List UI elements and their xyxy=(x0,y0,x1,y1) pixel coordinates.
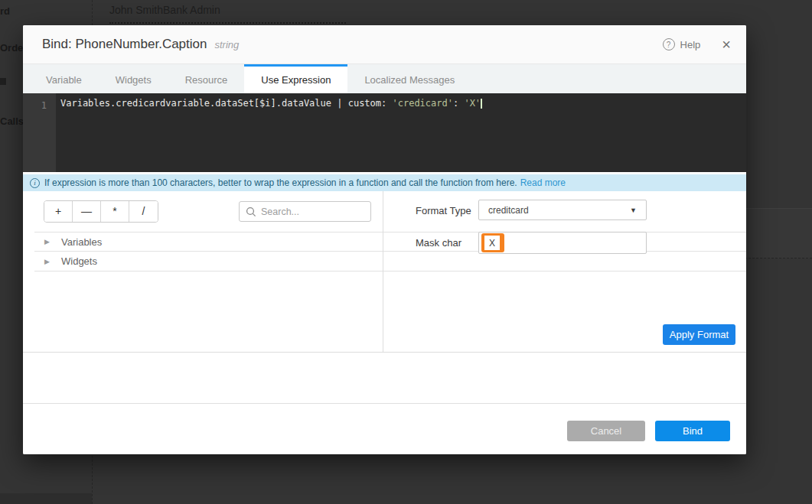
info-bar: i If expression is more than 100 charact… xyxy=(23,174,746,191)
dialog-footer: Cancel Bind xyxy=(23,403,746,454)
editor-gutter: 1 xyxy=(23,93,56,172)
code-string: 'credicard' xyxy=(392,98,452,109)
search-input[interactable] xyxy=(261,206,364,217)
line-number: 1 xyxy=(41,100,47,111)
code-string: 'X' xyxy=(464,98,481,109)
chevron-right-icon: ▶ xyxy=(44,238,52,245)
apply-format-button[interactable]: Apply Format xyxy=(663,324,735,345)
tab-widgets[interactable]: Widgets xyxy=(99,64,168,93)
tree-item-label: Widgets xyxy=(61,255,97,267)
bg-sidebar-glyph xyxy=(0,78,6,85)
bind-dialog: Bind: PhoneNumber.Caption string ? Help … xyxy=(23,25,746,454)
format-type-select[interactable]: creditcard ▼ xyxy=(478,200,647,220)
dialog-tabs: Variable Widgets Resource Use Expression… xyxy=(23,64,746,93)
dropdown-arrow-icon: ▼ xyxy=(630,206,637,214)
content-bottom-divider xyxy=(23,352,746,353)
tab-use-expression[interactable]: Use Expression xyxy=(244,64,347,93)
chevron-right-icon: ▶ xyxy=(44,258,52,265)
read-more-link[interactable]: Read more xyxy=(520,177,566,188)
operator-plus-button[interactable]: + xyxy=(44,201,73,222)
bind-button[interactable]: Bind xyxy=(655,421,730,441)
help-icon: ? xyxy=(663,38,675,50)
mask-char-value: X xyxy=(484,236,500,250)
tree-item-label: Variables xyxy=(61,236,102,248)
info-icon: i xyxy=(30,178,40,188)
search-icon xyxy=(246,206,256,217)
cancel-button[interactable]: Cancel xyxy=(567,421,645,441)
text-cursor xyxy=(481,99,482,109)
help-button[interactable]: ? Help xyxy=(663,38,701,50)
tab-resource[interactable]: Resource xyxy=(168,64,245,93)
operator-divide-button[interactable]: / xyxy=(129,201,158,222)
code-text: Variables.credicardvariable.dataSet[$i].… xyxy=(60,98,392,109)
mask-char-label: Mask char xyxy=(416,237,461,249)
bg-sidebar-item: rd xyxy=(0,5,10,17)
close-icon[interactable]: × xyxy=(722,37,731,52)
dialog-title: Bind: PhoneNumber.Caption xyxy=(42,37,207,52)
operator-multiply-button[interactable]: * xyxy=(101,201,129,222)
code-text: : xyxy=(453,98,464,109)
panel-divider xyxy=(383,191,383,352)
operator-button-group: + — * / xyxy=(44,200,158,223)
bg-topbar-user: John SmithBank Admin xyxy=(109,4,220,16)
operator-minus-button[interactable]: — xyxy=(73,201,101,222)
bg-bottom-strip xyxy=(0,493,92,504)
mask-char-input[interactable]: X xyxy=(478,232,647,254)
tab-localized-messages[interactable]: Localized Messages xyxy=(347,64,471,93)
dialog-header: Bind: PhoneNumber.Caption string ? Help … xyxy=(23,25,746,64)
tree-item-widgets[interactable]: ▶ Widgets xyxy=(34,252,746,272)
mask-char-selection: X xyxy=(481,233,504,252)
tab-variable[interactable]: Variable xyxy=(29,64,99,93)
help-label: Help xyxy=(680,39,701,50)
dialog-title-type: string xyxy=(214,39,239,50)
dialog-content: + — * / ▶ Variables ▶ Widgets Format Typ… xyxy=(23,191,746,352)
dialog-header-actions: ? Help × xyxy=(663,37,731,52)
info-text: If expression is more than 100 character… xyxy=(44,177,517,188)
bg-sidebar-item: Calls xyxy=(0,115,24,127)
format-type-value: creditcard xyxy=(488,205,630,216)
expression-editor[interactable]: 1 Variables.credicardvariable.dataSet[$i… xyxy=(23,93,746,172)
expression-code-line: Variables.credicardvariable.dataSet[$i].… xyxy=(60,98,482,109)
search-box xyxy=(239,201,371,222)
format-type-label: Format Type xyxy=(416,205,471,216)
